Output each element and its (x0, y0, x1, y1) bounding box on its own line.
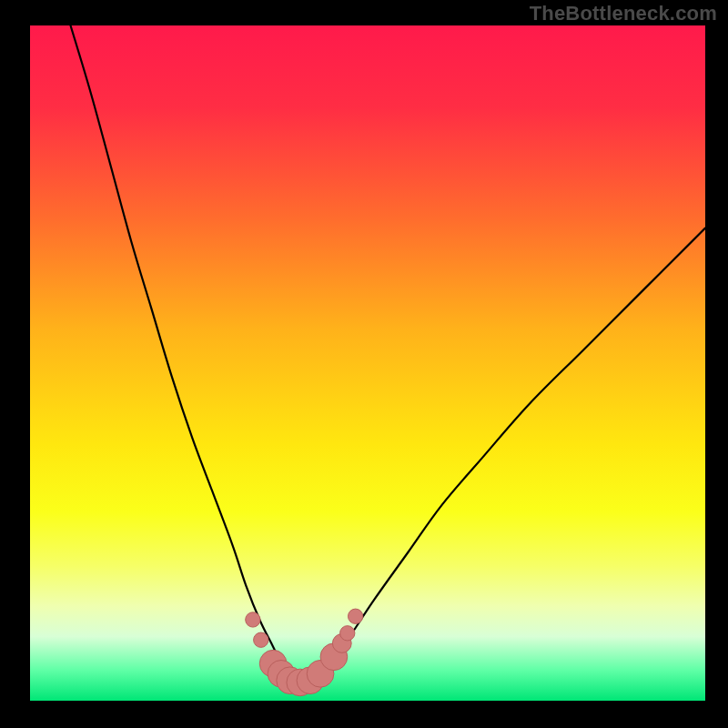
chart-frame: TheBottleneck.com (0, 0, 728, 728)
bottleneck-chart (0, 0, 728, 728)
curve-marker (340, 626, 355, 641)
curve-marker (348, 609, 362, 623)
watermark-text: TheBottleneck.com (530, 2, 717, 25)
curve-marker (246, 612, 260, 627)
curve-marker (254, 632, 268, 647)
plot-background (30, 25, 705, 701)
